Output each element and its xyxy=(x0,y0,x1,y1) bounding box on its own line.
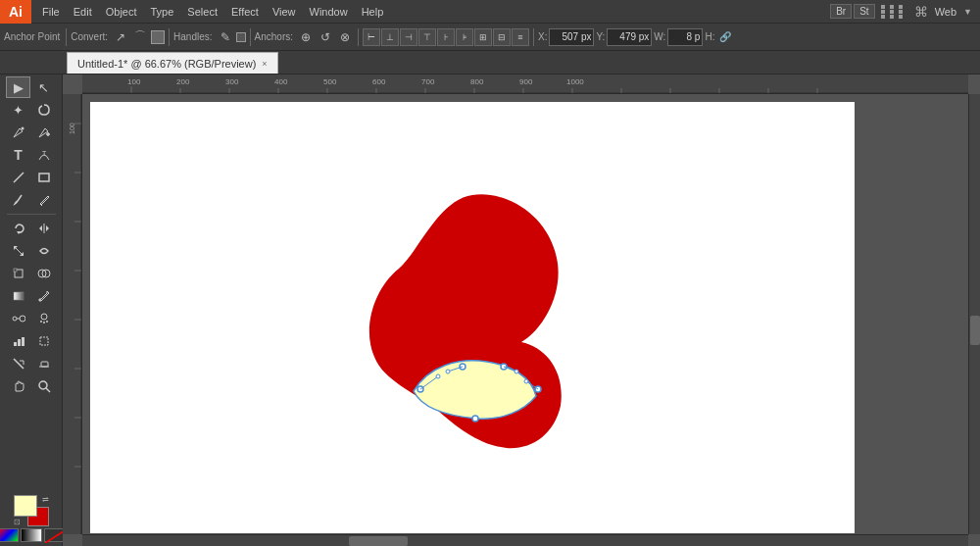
convert-icon-square[interactable] xyxy=(151,30,165,44)
scroll-thumb-vertical[interactable] xyxy=(970,316,980,345)
bridge-btn-1[interactable]: Br xyxy=(830,4,852,19)
artboard-tool[interactable] xyxy=(31,330,56,352)
svg-point-79 xyxy=(472,416,478,422)
tool-row-4: T T xyxy=(6,144,56,166)
menu-object[interactable]: Object xyxy=(99,4,144,20)
align-top[interactable]: ⊤ xyxy=(418,28,436,46)
reflect-tool[interactable] xyxy=(31,218,56,239)
y-input[interactable] xyxy=(607,28,652,46)
handles-icon-square[interactable] xyxy=(236,32,246,42)
tool-separator-1 xyxy=(7,214,56,215)
free-transform-tool[interactable] xyxy=(6,263,30,284)
menu-help[interactable]: Help xyxy=(355,4,391,20)
warp-tool[interactable] xyxy=(31,240,56,262)
align-right[interactable]: ⊣ xyxy=(400,28,417,46)
ruler-top: 100 200 300 400 500 600 700 800 xyxy=(82,74,968,94)
lasso-tool[interactable] xyxy=(31,99,56,121)
tool-row-9 xyxy=(6,263,56,284)
menu-effect[interactable]: Effect xyxy=(224,4,266,20)
x-input[interactable] xyxy=(549,28,594,46)
toolbar-divider-1 xyxy=(66,28,67,46)
svg-point-20 xyxy=(13,317,17,321)
document-tab[interactable]: Untitled-1* @ 66.67% (RGB/Preview) × xyxy=(67,52,278,74)
distribute-space[interactable]: ≡ xyxy=(512,28,529,46)
column-graph-tool[interactable] xyxy=(6,330,30,352)
svg-line-35 xyxy=(46,388,50,392)
canvas-container[interactable] xyxy=(82,94,968,534)
distribute-v[interactable]: ⊟ xyxy=(493,28,511,46)
menu-view[interactable]: View xyxy=(266,4,303,20)
menu-edit[interactable]: Edit xyxy=(67,4,99,20)
blend-tool[interactable] xyxy=(6,308,30,329)
convert-icon-curve[interactable]: ⌒ xyxy=(131,28,149,46)
menu-file[interactable]: File xyxy=(35,4,67,20)
fill-swatch[interactable] xyxy=(14,495,37,517)
svg-text:900: 900 xyxy=(519,77,533,86)
w-input[interactable] xyxy=(667,28,703,46)
svg-marker-9 xyxy=(39,225,42,231)
color-mode-btn[interactable] xyxy=(0,528,19,542)
svg-rect-64 xyxy=(63,94,82,534)
zoom-tool[interactable] xyxy=(31,375,56,397)
add-anchor-tool[interactable] xyxy=(31,122,56,143)
bridge-btn-2[interactable]: St xyxy=(854,4,874,19)
distribute-h[interactable]: ⊞ xyxy=(474,28,492,46)
align-center-v[interactable]: ⊦ xyxy=(437,28,455,46)
anchors-connect-icon[interactable]: ⊗ xyxy=(336,28,354,46)
align-bottom[interactable]: ⊧ xyxy=(456,28,473,46)
anchors-remove-icon[interactable]: ↺ xyxy=(317,28,334,46)
menu-window[interactable]: Window xyxy=(303,4,355,20)
svg-point-21 xyxy=(20,316,25,322)
tab-close-btn[interactable]: × xyxy=(262,59,267,69)
link-icon[interactable]: 🔗 xyxy=(716,28,734,46)
rect-tool[interactable] xyxy=(31,167,56,188)
tools-panel: ▶ ↖ ✦ T xyxy=(0,74,62,491)
symbol-sprayer-tool[interactable] xyxy=(31,308,56,329)
hand-tool[interactable] xyxy=(6,375,30,397)
svg-rect-29 xyxy=(22,337,24,346)
pencil-tool[interactable] xyxy=(31,189,56,211)
paintbrush-tool[interactable] xyxy=(6,189,30,211)
convert-label: Convert: xyxy=(71,31,108,42)
slice-tool[interactable] xyxy=(6,353,30,374)
convert-icon-arrow[interactable]: ↗ xyxy=(112,28,129,46)
handles-icon-pen[interactable]: ✎ xyxy=(217,28,234,46)
gradient-tool[interactable] xyxy=(6,285,30,307)
direct-selection-tool[interactable]: ↖ xyxy=(31,76,56,98)
workspace-grid-icon[interactable] xyxy=(881,5,906,19)
pen-tool[interactable] xyxy=(6,122,30,143)
svg-point-19 xyxy=(39,299,41,301)
menu-select[interactable]: Select xyxy=(180,4,224,20)
eraser-tool[interactable] xyxy=(31,353,56,374)
toolbox: ▶ ↖ ✦ T xyxy=(0,74,63,546)
workspace-dropdown-icon[interactable]: ▼ xyxy=(963,7,972,17)
line-tool[interactable] xyxy=(6,167,30,188)
align-center-h[interactable]: ⊥ xyxy=(381,28,399,46)
tab-bar: Untitled-1* @ 66.67% (RGB/Preview) × xyxy=(0,51,980,74)
default-colors-icon[interactable]: ⊡ xyxy=(14,518,21,526)
tool-row-14 xyxy=(6,375,56,397)
shape-builder-tool[interactable] xyxy=(31,263,56,284)
type-tool[interactable]: T xyxy=(6,144,30,166)
menu-type[interactable]: Type xyxy=(144,4,181,20)
tool-row-7 xyxy=(6,218,56,239)
scale-tool[interactable] xyxy=(6,240,30,262)
gradient-mode-btn[interactable] xyxy=(21,528,42,542)
rotate-tool[interactable] xyxy=(6,218,30,239)
svg-text:1000: 1000 xyxy=(566,77,584,86)
magic-wand-tool[interactable]: ✦ xyxy=(6,99,30,121)
anchors-icon[interactable]: ⊕ xyxy=(297,28,315,46)
scrollbar-vertical[interactable] xyxy=(968,94,980,534)
sync-icon[interactable]: ⌘ xyxy=(914,4,928,20)
scroll-thumb-horizontal[interactable] xyxy=(349,536,408,546)
swap-colors-icon[interactable]: ⇌ xyxy=(42,495,49,504)
eyedropper-tool[interactable] xyxy=(31,285,56,307)
type-on-path-tool[interactable]: T xyxy=(31,144,56,166)
tool-row-5 xyxy=(6,167,56,188)
illustration-svg xyxy=(350,175,595,460)
workspace-label[interactable]: Web xyxy=(928,4,963,20)
y-label: Y: xyxy=(596,31,605,42)
align-left[interactable]: ⊢ xyxy=(363,28,380,46)
selection-tool[interactable]: ▶ xyxy=(6,76,30,98)
scrollbar-horizontal[interactable] xyxy=(82,534,968,546)
